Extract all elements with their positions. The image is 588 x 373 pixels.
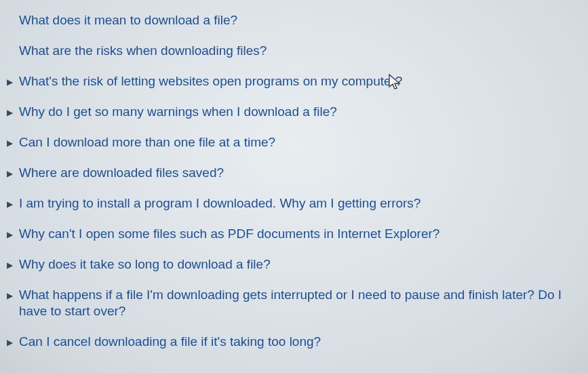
- help-topic-question: Why does it take so long to download a f…: [19, 256, 583, 273]
- expand-arrow-icon: ▶: [7, 104, 19, 121]
- help-topic-question: What happens if a file I'm downloading g…: [19, 287, 583, 319]
- help-topic-question: What does it mean to download a file?: [19, 12, 583, 28]
- expand-arrow-icon: ▶: [7, 135, 19, 151]
- expand-arrow-icon: ▶: [7, 74, 19, 90]
- help-topic-item[interactable]: ▶ Can I cancel downloading a file if it'…: [7, 334, 583, 350]
- help-topic-item[interactable]: ▶ What happens if a file I'm downloading…: [7, 287, 583, 319]
- help-topic-item[interactable]: ▶ Why does it take so long to download a…: [7, 256, 583, 273]
- expand-arrow-icon: ▶: [7, 257, 19, 273]
- help-topic-item[interactable]: ▶ I am trying to install a program I dow…: [7, 195, 583, 212]
- help-topic-item[interactable]: ▶ Where are downloaded files saved?: [7, 165, 583, 181]
- help-topic-item[interactable]: ▶ Can I download more than one file at a…: [7, 134, 583, 151]
- help-topic-question: What's the risk of letting websites open…: [19, 73, 583, 90]
- help-topic-item[interactable]: ▶ What are the risks when downloading fi…: [7, 43, 583, 59]
- expand-arrow-icon: ▶: [7, 196, 19, 212]
- help-topic-question: Can I cancel downloading a file if it's …: [19, 334, 583, 350]
- help-topic-item[interactable]: ▶ What does it mean to download a file?: [7, 12, 583, 28]
- expand-arrow-icon: ▶: [7, 227, 19, 243]
- help-topic-question: Why do I get so many warnings when I dow…: [19, 104, 583, 120]
- expand-arrow-icon: ▶: [7, 288, 19, 304]
- help-topic-question: Why can't I open some files such as PDF …: [19, 226, 583, 242]
- help-topic-question: Where are downloaded files saved?: [19, 165, 583, 181]
- help-topic-question: I am trying to install a program I downl…: [19, 195, 583, 212]
- help-topic-item[interactable]: ▶ Why can't I open some files such as PD…: [7, 226, 583, 242]
- help-topic-question: What are the risks when downloading file…: [19, 43, 583, 59]
- help-topic-item[interactable]: ▶ What's the risk of letting websites op…: [7, 73, 583, 90]
- expand-arrow-icon: ▶: [7, 165, 19, 182]
- help-topic-question: Can I download more than one file at a t…: [19, 134, 583, 151]
- help-topic-list: ▶ What does it mean to download a file? …: [0, 0, 588, 350]
- expand-arrow-icon: ▶: [7, 334, 19, 351]
- help-topic-item[interactable]: ▶ Why do I get so many warnings when I d…: [7, 104, 583, 120]
